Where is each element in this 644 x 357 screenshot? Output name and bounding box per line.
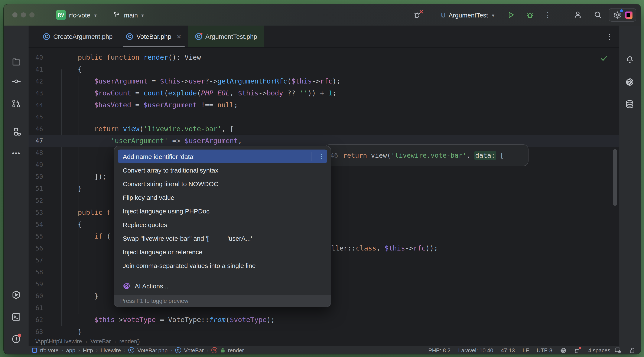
title-bar-right: U ArgumentTest ▼ ⋮ [413, 8, 636, 22]
phpstorm-logo[interactable] [625, 11, 632, 18]
laravel-version-widget[interactable]: Laravel: 10.40 [458, 347, 493, 354]
code-token: ; [234, 101, 238, 109]
intention-item[interactable]: Join comma-separated values into a singl… [118, 259, 327, 272]
structure-tool-icon[interactable] [11, 126, 21, 137]
intention-item[interactable]: Inject language or reference [118, 245, 327, 259]
indent-widget[interactable]: 4 spaces [588, 347, 610, 354]
breadcrumb-separator: › [86, 339, 87, 344]
file-writable-lock-icon[interactable] [629, 347, 636, 354]
code-line-47[interactable]: 47 'userArgument' => $userArgument, [28, 135, 619, 147]
code-token: ( [139, 125, 144, 133]
code-line-44[interactable]: 44 $hasVoted = $userArgument !== null; [28, 99, 619, 111]
settings-gear-icon[interactable] [612, 10, 622, 19]
line-separator-widget[interactable]: LF [522, 347, 529, 354]
path-item[interactable]: VoteBar [184, 347, 204, 354]
status-widgets: PHP: 8.2 Laravel: 10.40 47:13 LF UTF-8 4… [428, 347, 636, 354]
line-number: 62 [28, 314, 50, 326]
code-token: 1 [328, 89, 332, 97]
code-text: } [50, 290, 98, 302]
code-line-45[interactable]: 45 [28, 111, 619, 123]
ai-status-icon[interactable] [560, 347, 566, 354]
window-close-button[interactable] [12, 12, 18, 17]
breadcrumb-item[interactable]: VoteBar [90, 338, 111, 345]
intention-item[interactable]: Replace quotes [118, 218, 327, 231]
vcs-branch-widget[interactable]: main ▼ [112, 10, 145, 19]
tab-ArgumentTest.php[interactable]: CArgumentTest.php [188, 25, 264, 47]
project-widget[interactable]: RV rfc-vote ▼ [56, 10, 98, 20]
code-token [139, 53, 144, 61]
caret-position-widget[interactable]: 47:13 [501, 347, 515, 354]
code-line-62[interactable]: 62 $this->voteType = VoteType::from($vot… [28, 314, 619, 326]
code-token: ( [197, 89, 201, 97]
ai-actions-item[interactable]: AI Actions... [118, 280, 327, 293]
code-token: ]); [61, 173, 106, 181]
run-button[interactable] [506, 10, 516, 19]
code-text [50, 242, 61, 254]
code-line-43[interactable]: 43 $rowCount = count(explode(PHP_EOL, $t… [28, 87, 619, 99]
intention-item[interactable]: Add name identifier 'data'⋮ [118, 150, 327, 163]
path-item[interactable]: Livewire [100, 347, 121, 354]
services-tool-icon[interactable] [11, 290, 21, 300]
path-item[interactable]: VoteBar.php [138, 347, 168, 354]
intention-item[interactable]: Flip key and value [118, 190, 327, 204]
code-token [119, 125, 123, 133]
popup-footer: Press F1 to toggle preview [114, 295, 331, 307]
window-zoom-button[interactable] [30, 12, 34, 17]
notifications-bell-icon[interactable] [624, 54, 635, 64]
project-module-icon [32, 348, 37, 353]
code-line-41[interactable]: 41 { [28, 63, 619, 75]
code-token: view [123, 125, 139, 133]
problems-tool-icon[interactable] [11, 334, 21, 344]
more-tools-icon[interactable]: ••• [11, 148, 21, 158]
ai-assistant-icon[interactable] [624, 77, 635, 87]
intention-item-label-2: 'userA...' [228, 235, 252, 242]
project-tool-icon[interactable] [11, 57, 21, 67]
tab-CreateArgument.php[interactable]: CCreateArgument.php [36, 25, 120, 47]
breadcrumb-item[interactable]: \App\Http\Livewire [36, 338, 82, 345]
run-configuration-widget[interactable]: U ArgumentTest ▼ [441, 11, 495, 18]
code-line-63[interactable]: 63 } [28, 326, 619, 337]
pull-requests-tool-icon[interactable] [11, 98, 21, 109]
chevron-down-icon: ▼ [491, 13, 495, 18]
intention-item[interactable]: Convert string literal to NOWDOC [118, 177, 327, 190]
window-minimize-button[interactable] [21, 12, 26, 17]
path-item[interactable]: app [66, 347, 75, 354]
path-item[interactable]: render [228, 347, 244, 354]
line-number: 45 [28, 111, 50, 123]
code-line-46[interactable]: 46 return view('livewire.vote-bar', [ [28, 123, 619, 135]
intention-item-label: Convert string literal to NOWDOC [123, 180, 218, 187]
path-item[interactable]: rfc-vote [40, 347, 58, 354]
database-tool-icon[interactable] [624, 99, 635, 109]
line-number: 41 [28, 63, 50, 75]
php-version-widget[interactable]: PHP: 8.2 [428, 347, 450, 354]
debug-button[interactable] [525, 10, 534, 19]
problems-badge [18, 334, 21, 337]
intention-item[interactable]: Swap "livewire.vote-bar" and '['userA...… [118, 231, 327, 245]
search-everywhere-icon[interactable] [593, 10, 603, 19]
indent-settings-icon[interactable] [614, 347, 622, 354]
tab-close-icon[interactable]: ✕ [176, 33, 181, 40]
path-separator: › [170, 348, 172, 353]
item-options-icon[interactable]: ⋮ [316, 153, 327, 160]
path-separator: › [78, 348, 80, 353]
line-number: 59 [28, 278, 50, 290]
status-breadcrumb: rfc-vote›app›Http›Livewire›CVoteBar.php›… [32, 347, 244, 354]
path-item[interactable]: Http [83, 347, 93, 354]
encoding-widget[interactable]: UTF-8 [536, 347, 552, 354]
breadcrumb-item[interactable]: render() [119, 338, 140, 345]
code-token: $userArgument [94, 77, 148, 85]
tab-options-icon[interactable]: ⋮ [606, 32, 613, 40]
code-line-40[interactable]: 40 public function render(): View [28, 51, 619, 63]
tab-VoteBar.php[interactable]: CVoteBar.php✕ [120, 25, 188, 47]
line-number: 52 [28, 195, 50, 207]
terminal-tool-icon[interactable] [11, 312, 21, 322]
more-actions-icon[interactable]: ⋮ [543, 10, 552, 19]
commit-tool-icon[interactable] [11, 76, 21, 86]
debugger-status-icon[interactable] [574, 347, 580, 354]
debugger-disconnected-icon[interactable] [413, 10, 422, 19]
intention-item[interactable]: Convert array to traditional syntax [118, 163, 327, 177]
code-with-me-icon[interactable] [574, 10, 583, 19]
intention-item[interactable]: Inject language using PHPDoc [118, 204, 327, 218]
code-text [50, 195, 61, 207]
code-line-42[interactable]: 42 $userArgument = $this->user?->getArgu… [28, 75, 619, 87]
